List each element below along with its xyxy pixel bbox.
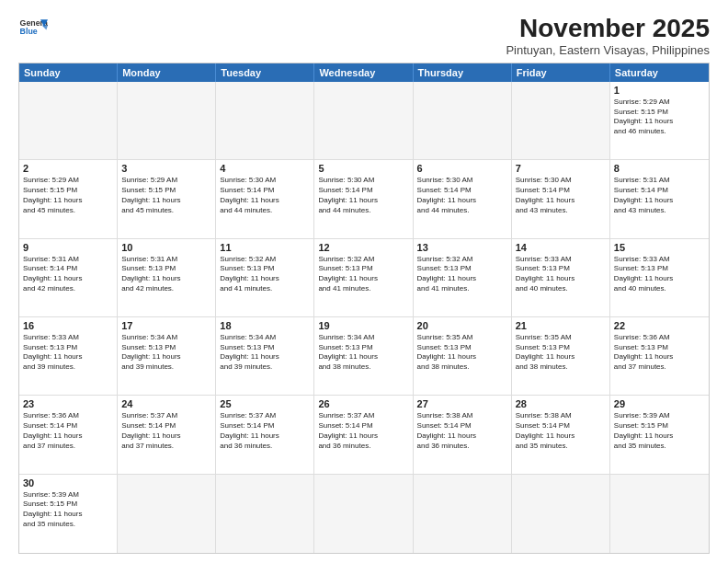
- day-number: 3: [121, 163, 211, 174]
- calendar-cell: 24Sunrise: 5:37 AM Sunset: 5:14 PM Dayli…: [118, 396, 216, 474]
- header-day-sunday: Sunday: [19, 63, 118, 82]
- calendar-cell: 30Sunrise: 5:39 AM Sunset: 5:15 PM Dayli…: [19, 475, 118, 553]
- calendar-cell: 17Sunrise: 5:34 AM Sunset: 5:13 PM Dayli…: [118, 317, 216, 396]
- svg-marker-3: [42, 26, 48, 30]
- day-info: Sunrise: 5:31 AM Sunset: 5:13 PM Dayligh…: [121, 255, 211, 294]
- day-number: 17: [121, 320, 211, 331]
- day-info: Sunrise: 5:36 AM Sunset: 5:14 PM Dayligh…: [23, 411, 113, 451]
- day-info: Sunrise: 5:35 AM Sunset: 5:13 PM Dayligh…: [417, 333, 507, 373]
- day-info: Sunrise: 5:34 AM Sunset: 5:13 PM Dayligh…: [220, 333, 310, 373]
- calendar-cell: 8Sunrise: 5:31 AM Sunset: 5:14 PM Daylig…: [610, 160, 709, 238]
- calendar-cell: 25Sunrise: 5:37 AM Sunset: 5:14 PM Dayli…: [216, 396, 314, 474]
- day-info: Sunrise: 5:30 AM Sunset: 5:14 PM Dayligh…: [220, 176, 310, 215]
- day-info: Sunrise: 5:38 AM Sunset: 5:14 PM Dayligh…: [417, 411, 507, 451]
- title-block: November 2025 Pintuyan, Eastern Visayas,…: [506, 15, 710, 57]
- calendar-cell: [314, 82, 413, 160]
- day-info: Sunrise: 5:29 AM Sunset: 5:15 PM Dayligh…: [23, 176, 113, 215]
- day-info: Sunrise: 5:38 AM Sunset: 5:14 PM Dayligh…: [516, 411, 606, 451]
- calendar-cell: [118, 82, 216, 160]
- calendar-cell: [512, 475, 610, 553]
- calendar-cell: 11Sunrise: 5:32 AM Sunset: 5:13 PM Dayli…: [216, 239, 314, 317]
- calendar-cell: 7Sunrise: 5:30 AM Sunset: 5:14 PM Daylig…: [512, 160, 610, 238]
- calendar: SundayMondayTuesdayWednesdayThursdayFrid…: [18, 63, 710, 554]
- calendar-cell: [512, 82, 610, 160]
- calendar-cell: [118, 475, 216, 553]
- day-info: Sunrise: 5:29 AM Sunset: 5:15 PM Dayligh…: [121, 176, 211, 215]
- calendar-cell: 10Sunrise: 5:31 AM Sunset: 5:13 PM Dayli…: [118, 239, 216, 317]
- header-day-wednesday: Wednesday: [314, 63, 413, 82]
- day-number: 26: [318, 398, 408, 409]
- calendar-body: 1Sunrise: 5:29 AM Sunset: 5:15 PM Daylig…: [19, 82, 709, 553]
- calendar-cell: 14Sunrise: 5:33 AM Sunset: 5:13 PM Dayli…: [512, 239, 610, 317]
- day-number: 8: [614, 163, 705, 174]
- calendar-cell: [216, 475, 314, 553]
- calendar-cell: 12Sunrise: 5:32 AM Sunset: 5:13 PM Dayli…: [314, 239, 413, 317]
- calendar-cell: 4Sunrise: 5:30 AM Sunset: 5:14 PM Daylig…: [216, 160, 314, 238]
- day-info: Sunrise: 5:34 AM Sunset: 5:13 PM Dayligh…: [318, 333, 408, 373]
- day-info: Sunrise: 5:29 AM Sunset: 5:15 PM Dayligh…: [614, 98, 705, 137]
- calendar-cell: 1Sunrise: 5:29 AM Sunset: 5:15 PM Daylig…: [610, 82, 709, 160]
- day-number: 16: [23, 320, 113, 331]
- day-number: 13: [417, 242, 507, 253]
- day-info: Sunrise: 5:39 AM Sunset: 5:15 PM Dayligh…: [614, 411, 705, 451]
- day-number: 19: [318, 320, 408, 331]
- day-info: Sunrise: 5:37 AM Sunset: 5:14 PM Dayligh…: [220, 411, 310, 451]
- day-info: Sunrise: 5:37 AM Sunset: 5:14 PM Dayligh…: [121, 411, 211, 451]
- calendar-cell: 29Sunrise: 5:39 AM Sunset: 5:15 PM Dayli…: [610, 396, 709, 474]
- day-number: 28: [516, 398, 606, 409]
- calendar-cell: 28Sunrise: 5:38 AM Sunset: 5:14 PM Dayli…: [512, 396, 610, 474]
- day-info: Sunrise: 5:39 AM Sunset: 5:15 PM Dayligh…: [23, 490, 113, 530]
- day-info: Sunrise: 5:34 AM Sunset: 5:13 PM Dayligh…: [121, 333, 211, 373]
- calendar-cell: 18Sunrise: 5:34 AM Sunset: 5:13 PM Dayli…: [216, 317, 314, 396]
- day-info: Sunrise: 5:32 AM Sunset: 5:13 PM Dayligh…: [417, 255, 507, 294]
- day-info: Sunrise: 5:32 AM Sunset: 5:13 PM Dayligh…: [220, 255, 310, 294]
- day-info: Sunrise: 5:37 AM Sunset: 5:14 PM Dayligh…: [318, 411, 408, 451]
- day-number: 23: [23, 398, 113, 409]
- day-number: 20: [417, 320, 507, 331]
- header: General Blue November 2025 Pintuyan, Eas…: [18, 15, 710, 57]
- day-number: 30: [23, 477, 113, 488]
- day-number: 29: [614, 398, 705, 409]
- header-day-friday: Friday: [512, 63, 610, 82]
- day-number: 1: [614, 85, 705, 96]
- header-day-saturday: Saturday: [610, 63, 709, 82]
- day-number: 14: [516, 242, 606, 253]
- day-info: Sunrise: 5:33 AM Sunset: 5:13 PM Dayligh…: [23, 333, 113, 373]
- day-number: 25: [220, 398, 310, 409]
- day-number: 15: [614, 242, 705, 253]
- day-number: 18: [220, 320, 310, 331]
- header-day-monday: Monday: [118, 63, 216, 82]
- day-info: Sunrise: 5:32 AM Sunset: 5:13 PM Dayligh…: [318, 255, 408, 294]
- calendar-cell: 6Sunrise: 5:30 AM Sunset: 5:14 PM Daylig…: [414, 160, 512, 238]
- day-info: Sunrise: 5:36 AM Sunset: 5:13 PM Dayligh…: [614, 333, 705, 373]
- calendar-cell: 16Sunrise: 5:33 AM Sunset: 5:13 PM Dayli…: [19, 317, 118, 396]
- calendar-cell: [314, 475, 413, 553]
- day-info: Sunrise: 5:30 AM Sunset: 5:14 PM Dayligh…: [318, 176, 408, 215]
- generalblue-logo-icon: General Blue: [18, 15, 48, 40]
- calendar-cell: [414, 82, 512, 160]
- page: General Blue November 2025 Pintuyan, Eas…: [0, 0, 728, 563]
- logo: General Blue: [18, 15, 48, 40]
- day-number: 9: [23, 242, 113, 253]
- subtitle: Pintuyan, Eastern Visayas, Philippines: [506, 43, 710, 57]
- calendar-cell: 3Sunrise: 5:29 AM Sunset: 5:15 PM Daylig…: [118, 160, 216, 238]
- day-number: 10: [121, 242, 211, 253]
- day-number: 2: [23, 163, 113, 174]
- calendar-header: SundayMondayTuesdayWednesdayThursdayFrid…: [19, 63, 709, 82]
- calendar-cell: 26Sunrise: 5:37 AM Sunset: 5:14 PM Dayli…: [314, 396, 413, 474]
- day-number: 7: [516, 163, 606, 174]
- calendar-cell: 13Sunrise: 5:32 AM Sunset: 5:13 PM Dayli…: [414, 239, 512, 317]
- header-day-thursday: Thursday: [414, 63, 512, 82]
- calendar-cell: 27Sunrise: 5:38 AM Sunset: 5:14 PM Dayli…: [414, 396, 512, 474]
- calendar-cell: [19, 82, 118, 160]
- day-number: 24: [121, 398, 211, 409]
- day-info: Sunrise: 5:30 AM Sunset: 5:14 PM Dayligh…: [417, 176, 507, 215]
- calendar-cell: [610, 475, 709, 553]
- header-day-tuesday: Tuesday: [216, 63, 314, 82]
- day-number: 22: [614, 320, 705, 331]
- calendar-cell: 9Sunrise: 5:31 AM Sunset: 5:14 PM Daylig…: [19, 239, 118, 317]
- day-info: Sunrise: 5:31 AM Sunset: 5:14 PM Dayligh…: [614, 176, 705, 215]
- calendar-cell: 20Sunrise: 5:35 AM Sunset: 5:13 PM Dayli…: [414, 317, 512, 396]
- calendar-cell: 15Sunrise: 5:33 AM Sunset: 5:13 PM Dayli…: [610, 239, 709, 317]
- day-info: Sunrise: 5:35 AM Sunset: 5:13 PM Dayligh…: [516, 333, 606, 373]
